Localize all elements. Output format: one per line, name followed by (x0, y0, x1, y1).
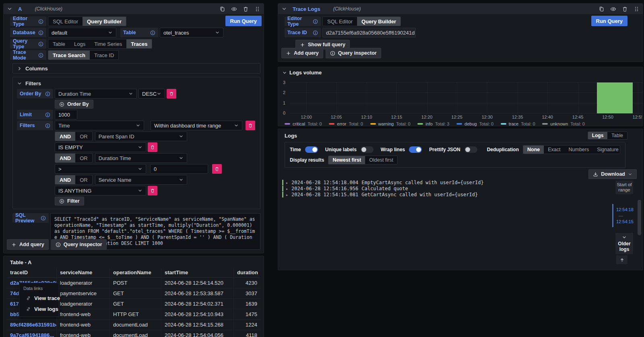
query-row-header-a[interactable]: A (ClickHouse) (4, 4, 264, 14)
remove-filter-button[interactable] (246, 121, 255, 130)
table-select[interactable]: otel_traces (160, 28, 223, 37)
info-icon[interactable] (150, 30, 155, 35)
info-icon[interactable] (313, 19, 318, 24)
query-type-table[interactable]: Table (48, 39, 70, 48)
scroll-to-top-button[interactable] (616, 255, 627, 264)
expand-log-chevron-icon[interactable]: ▸ (286, 193, 288, 197)
condition-field-select[interactable]: Parent Span ID (95, 132, 187, 141)
order-by-field-select[interactable]: Duration Time (55, 89, 137, 99)
unique-labels-toggle[interactable] (361, 146, 374, 153)
condition-field-select[interactable]: Duration Time (95, 153, 187, 163)
add-filter-button[interactable]: Filter (55, 197, 84, 205)
remove-condition-button[interactable] (148, 186, 157, 195)
log-row[interactable]: ▸ 2024-06-28 12:54:18.004 EmptyCartAsync… (282, 180, 594, 185)
legend-item-error[interactable]: errorTotal: 0 (329, 121, 363, 126)
expand-log-chevron-icon[interactable]: ▸ (286, 187, 288, 191)
and-option[interactable]: AND (55, 154, 75, 162)
query-type-time-series[interactable]: Time Series (90, 39, 126, 48)
log-range-indicator[interactable]: 12:54:18 — 12:54:15 (612, 204, 634, 224)
query-ref-id[interactable]: Trace Logs (293, 6, 320, 12)
delete-query-icon[interactable] (243, 6, 249, 12)
order-by-direction-select[interactable]: DESC (138, 89, 165, 99)
remove-order-by-button[interactable] (167, 89, 176, 99)
editor-type-sql-editor[interactable]: SQL Editor (323, 17, 357, 26)
newest-first-option[interactable]: Newest first (328, 156, 365, 164)
wrap-lines-toggle[interactable] (409, 146, 422, 153)
expand-log-chevron-icon[interactable]: ▸ (286, 181, 288, 185)
duplicate-query-icon[interactable] (599, 6, 605, 12)
chevron-down-icon[interactable] (282, 70, 287, 75)
prettify-json-toggle[interactable] (464, 146, 477, 153)
info-icon[interactable] (45, 112, 50, 117)
logs-panel-title[interactable]: Logs (285, 133, 297, 139)
column-header[interactable]: duration (234, 268, 260, 278)
condition-operator-select[interactable]: IS EMPTY (55, 142, 146, 152)
trace-id-cell[interactable]: 9a7caf61941886... (7, 330, 57, 337)
time-toggle[interactable] (305, 146, 318, 153)
run-query-button[interactable]: Run Query (591, 16, 627, 26)
table-panel-title[interactable]: Table - A (4, 256, 264, 268)
chevron-down-icon[interactable] (17, 81, 22, 86)
oldest-first-option[interactable]: Oldest first (365, 156, 397, 164)
limit-input[interactable]: 1000 (55, 110, 77, 119)
collapse-chevron-icon[interactable] (7, 6, 12, 12)
legend-item-warning[interactable]: warningTotal: 0 (370, 121, 411, 126)
info-icon[interactable] (41, 216, 46, 221)
dedup-none-option[interactable]: None (523, 146, 544, 154)
condition-field-select[interactable]: Service Name (95, 175, 187, 185)
trace-mode-trace-id[interactable]: Trace ID (90, 51, 118, 60)
columns-section[interactable]: Columns (12, 63, 260, 74)
info-icon[interactable] (38, 41, 43, 47)
remove-condition-button[interactable] (148, 142, 157, 152)
column-header[interactable]: serviceName (57, 268, 110, 278)
query-type-logs[interactable]: Logs (70, 39, 90, 48)
delete-query-icon[interactable] (622, 6, 628, 12)
trace-mode-trace-search[interactable]: Trace Search (48, 51, 90, 60)
remove-condition-button[interactable] (212, 164, 222, 174)
duplicate-query-icon[interactable] (219, 6, 225, 12)
chevron-right-icon[interactable] (17, 66, 22, 71)
legend-item-trace[interactable]: traceTotal: 0 (501, 121, 535, 126)
info-icon[interactable] (45, 123, 50, 128)
trace-id-cell[interactable]: 89cf4286e631591b4... (7, 320, 57, 330)
filter-field-select[interactable]: Time (55, 121, 144, 130)
logs-scrollbar[interactable] (638, 200, 641, 235)
drag-handle-icon[interactable] (634, 6, 640, 12)
query-type-traces[interactable]: Traces (126, 39, 152, 48)
query-inspector-button[interactable]: Query inspector (51, 239, 107, 250)
drag-handle-icon[interactable] (254, 6, 260, 12)
query-ref-id[interactable]: A (18, 6, 22, 12)
logs-volume-header[interactable]: Logs volume (278, 67, 643, 78)
view-table-option[interactable]: Table (607, 132, 627, 139)
add-order-by-button[interactable]: Order By (55, 100, 93, 109)
condition-operator-select[interactable]: > (55, 164, 146, 174)
legend-item-critical[interactable]: criticalTotal: 0 (285, 121, 322, 126)
log-row[interactable]: ▸ 2024-06-28 12:54:15.081 GetCartAsync c… (282, 192, 594, 197)
info-icon[interactable] (45, 91, 50, 97)
or-option[interactable]: OR (75, 132, 92, 141)
or-option[interactable]: OR (75, 175, 92, 184)
column-header[interactable]: startTime (161, 268, 234, 278)
log-row[interactable]: ▸ 2024-06-28 12:54:16.956 Calculated quo… (282, 186, 594, 191)
editor-type-query-builder[interactable]: Query Builder (357, 17, 400, 26)
add-query-button[interactable]: Add query (7, 239, 49, 250)
legend-item-unknown[interactable]: unknownTotal: 0 (542, 121, 585, 126)
view-logs-menu-item[interactable]: View logs (19, 304, 59, 314)
info-icon[interactable] (38, 53, 43, 58)
dedup-numbers-option[interactable]: Numbers (565, 146, 593, 154)
download-button[interactable]: Download (588, 169, 637, 179)
or-option[interactable]: OR (75, 154, 92, 162)
info-icon[interactable] (38, 30, 43, 35)
condition-value-input[interactable]: 0 (150, 164, 208, 174)
add-query-button[interactable]: Add query (281, 48, 323, 58)
run-query-button[interactable]: Run Query (225, 16, 262, 26)
query-inspector-button[interactable]: Query inspector (326, 48, 381, 58)
condition-operator-select[interactable]: IS ANYTHING (55, 186, 146, 195)
filter-operator-select[interactable]: Within dashboard time range (151, 121, 242, 130)
trace-id-input[interactable]: d2a7155ef6a928a05680e5ff6190241d (322, 28, 416, 37)
dedup-signature-option[interactable]: Signature (593, 146, 620, 154)
older-logs-button[interactable]: Older logs (615, 233, 633, 254)
legend-item-info[interactable]: infoTotal: 3 (417, 121, 449, 126)
logs-volume-plot[interactable] (289, 82, 642, 113)
collapse-chevron-icon[interactable] (281, 6, 287, 12)
